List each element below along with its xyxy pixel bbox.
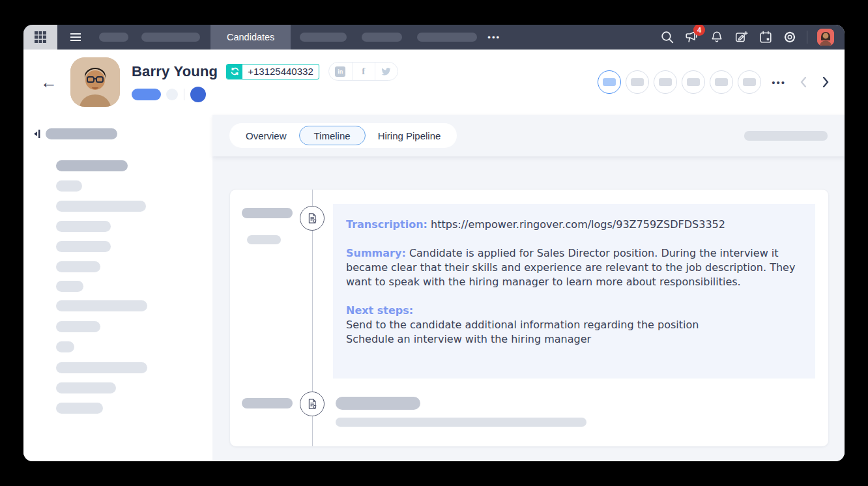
- timeline-card: Transcription: https://empower.ringover.…: [229, 189, 829, 447]
- tabs-group: Overview Timeline Hiring Pipeline: [229, 123, 457, 148]
- sidebar-skeleton: [56, 221, 111, 232]
- linkedin-icon: in: [335, 66, 345, 77]
- tag-placeholder[interactable]: [132, 89, 161, 100]
- nav-tab-candidates[interactable]: Candidates: [210, 25, 291, 50]
- nav-tab-candidates-label: Candidates: [227, 32, 274, 42]
- grid-icon: [33, 30, 48, 44]
- sidebar-skeleton-list: [56, 160, 212, 414]
- sidebar-skeleton: [56, 201, 146, 212]
- more-horizontal-icon: •••: [772, 77, 786, 88]
- user-avatar-image: [817, 29, 834, 46]
- action-placeholder: [715, 78, 728, 86]
- app-launcher-button[interactable]: [23, 25, 57, 50]
- compose-message-button[interactable]: [734, 30, 749, 44]
- settings-button[interactable]: [783, 30, 797, 44]
- notifications-button[interactable]: [710, 30, 724, 44]
- topnav-divider: [807, 31, 807, 44]
- header-actions: •••: [593, 70, 830, 94]
- tag-circle-placeholder[interactable]: [166, 89, 178, 100]
- phone-badge[interactable]: +13125440332: [226, 64, 319, 79]
- action-placeholder: [659, 78, 672, 86]
- sidebar-skeleton: [56, 403, 103, 414]
- gear-icon: [783, 30, 797, 44]
- chevron-right-icon: [821, 76, 830, 89]
- timeline-event-node[interactable]: [300, 392, 325, 416]
- facebook-button[interactable]: f: [352, 63, 375, 80]
- main-panel: Overview Timeline Hiring Pipeline: [212, 115, 845, 461]
- nav-item-placeholder: [417, 33, 477, 42]
- status-dot[interactable]: [190, 87, 206, 102]
- next-step-item: Schedule an interview with the hiring ma…: [346, 332, 802, 347]
- chevron-left-icon: [799, 76, 808, 89]
- back-arrow-icon: ←: [40, 72, 57, 92]
- previous-candidate-button[interactable]: [799, 76, 808, 89]
- phone-number: +13125440332: [242, 66, 319, 77]
- timeline-title-skeleton: [336, 397, 420, 410]
- nav-item-placeholder: [362, 33, 402, 42]
- next-step-item: Send to the candidate additional informa…: [346, 318, 802, 332]
- timeline-date-skeleton: [242, 208, 293, 218]
- action-button-4[interactable]: [682, 70, 705, 94]
- linkedin-button[interactable]: in: [329, 63, 352, 80]
- action-placeholder: [603, 78, 616, 86]
- next-candidate-button[interactable]: [821, 76, 830, 89]
- sidebar-skeleton: [56, 160, 128, 171]
- action-button-6[interactable]: [738, 70, 761, 94]
- nav-item-placeholder: [141, 33, 200, 42]
- next-steps-label: Next steps:: [346, 304, 413, 317]
- tab-overview[interactable]: Overview: [237, 126, 295, 145]
- transcription-url: https://empower.ringover.com/logs/93Z759…: [431, 218, 725, 231]
- tab-overview-label: Overview: [246, 130, 287, 141]
- candidate-avatar-image: [70, 57, 120, 107]
- sidebar-skeleton: [56, 300, 147, 311]
- next-steps-heading: Next steps:: [346, 304, 802, 318]
- search-button[interactable]: [660, 30, 674, 44]
- timeline-event-node[interactable]: [300, 206, 325, 231]
- action-placeholder: [743, 78, 756, 86]
- sidebar-skeleton: [56, 281, 83, 292]
- action-button-3[interactable]: [654, 70, 677, 94]
- header-overflow-button[interactable]: •••: [772, 77, 786, 88]
- summary-paragraph: Summary: Candidate is applied for Sales …: [346, 246, 802, 289]
- left-sidebar: [23, 115, 212, 461]
- timeline-date-skeleton: [242, 398, 293, 408]
- tab-timeline-label: Timeline: [314, 130, 351, 141]
- nav-overflow-button[interactable]: •••: [487, 33, 500, 42]
- candidate-name: Barry Young: [132, 63, 218, 80]
- notification-count: 4: [697, 26, 701, 34]
- sidebar-skeleton: [56, 261, 100, 272]
- sidebar-skeleton: [56, 180, 82, 192]
- twitter-icon: [381, 66, 392, 77]
- action-button-2[interactable]: [626, 70, 649, 94]
- announcements-button[interactable]: 4: [684, 30, 700, 44]
- candidate-identity: Barry Young +13125440332 in: [132, 62, 398, 102]
- sidebar-skeleton: [56, 241, 111, 252]
- action-placeholder: [631, 78, 644, 86]
- twitter-button[interactable]: [375, 63, 398, 80]
- action-button-1[interactable]: [598, 70, 621, 94]
- action-placeholder: [687, 78, 700, 86]
- transcription-line: Transcription: https://empower.ringover.…: [346, 218, 802, 232]
- back-button[interactable]: ←: [38, 74, 60, 91]
- calendar-button[interactable]: [759, 30, 773, 44]
- summary-text: Candidate is applied for Sales Director …: [346, 247, 795, 288]
- user-avatar[interactable]: [817, 29, 834, 46]
- summary-label: Summary:: [346, 247, 406, 259]
- tab-timeline[interactable]: Timeline: [299, 126, 366, 145]
- new-message-icon: [734, 30, 749, 44]
- timeline-body-skeleton: [336, 418, 586, 427]
- collapse-sidebar-button[interactable]: [34, 129, 42, 139]
- tab-hiring-pipeline[interactable]: Hiring Pipeline: [369, 126, 450, 145]
- facebook-icon: f: [362, 66, 365, 77]
- candidate-tags: [132, 87, 398, 102]
- hamburger-icon: [70, 33, 81, 42]
- tabbar-skeleton: [744, 131, 828, 141]
- calendar-icon: [759, 30, 773, 44]
- search-icon: [660, 30, 674, 44]
- bell-icon: [710, 30, 724, 44]
- action-button-5[interactable]: [710, 70, 733, 94]
- tag-divider: [184, 89, 184, 100]
- nav-item-placeholder: [300, 33, 347, 42]
- timeline-time-skeleton: [247, 235, 281, 244]
- menu-button[interactable]: [70, 33, 81, 42]
